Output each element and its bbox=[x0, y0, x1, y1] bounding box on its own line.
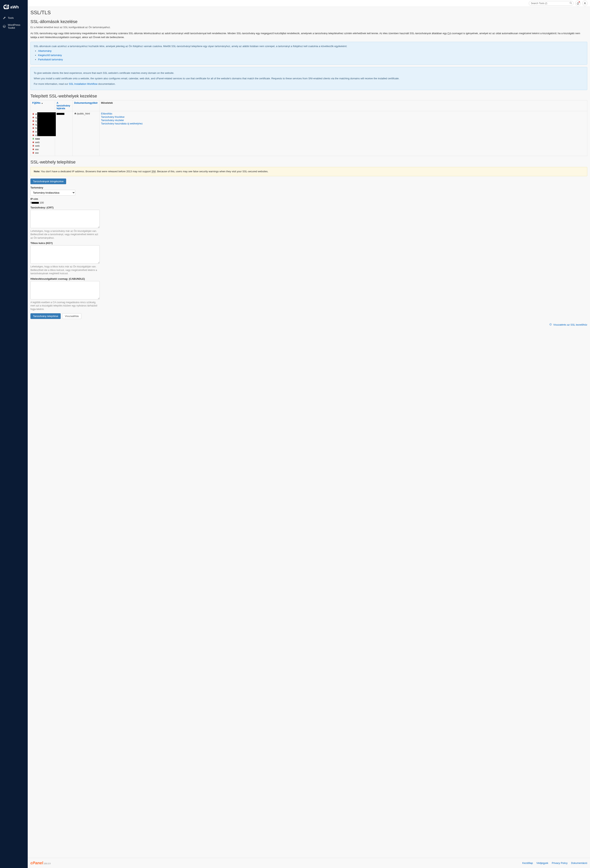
notification-dot bbox=[579, 1, 580, 3]
lock-icon bbox=[32, 148, 34, 151]
installed-ssl-table: FQDNs▲ A tanúsítvány lejárata Dokumentum… bbox=[31, 100, 587, 156]
svg-rect-0 bbox=[4, 8, 8, 9]
sidebar: aWh Tools WordPress Toolkit bbox=[0, 0, 28, 868]
docroot-cell: /public_html bbox=[72, 111, 100, 156]
ssl-explanation: Az SSL-tanúsítvány egy vagy több tartomá… bbox=[31, 31, 587, 39]
fqdn-entry: ww bbox=[32, 148, 53, 151]
manage-description: Ez a felület lehetővé teszi az SSL konfi… bbox=[31, 26, 587, 29]
fqdn-entry: cpa bbox=[32, 116, 53, 120]
parked-domain-link[interactable]: Parkoltatott tartomány bbox=[38, 58, 63, 61]
info-alert-domains: SSL-állomások csak azokhoz a tartományok… bbox=[31, 42, 587, 65]
back-arrow-icon bbox=[549, 323, 553, 326]
svg-point-5 bbox=[584, 2, 586, 3]
key-help: Lehetséges, hogy a titkos kulcs már az Ö… bbox=[31, 265, 101, 275]
footer-link-home[interactable]: Kezdőlap bbox=[522, 862, 533, 865]
ca-abbr: CA bbox=[447, 32, 451, 35]
fqdn-entry: mai bbox=[32, 134, 53, 137]
crt-help: Lehetséges, hogy a tanúsítvány már az Ön… bbox=[31, 229, 101, 240]
back-to-ssl-manager-link[interactable]: Visszatérés az SSL kezelőhöz bbox=[553, 323, 587, 326]
domain-label: Tartomány bbox=[31, 186, 587, 189]
crt-label: Tanúsítvány: (CRT) bbox=[31, 206, 587, 209]
fqdn-entry: cpc bbox=[32, 120, 53, 123]
section-installed-sites: Telepített SSL-webhelyek kezelése bbox=[31, 93, 587, 99]
section-manage-hosts: SSL-állomások kezelése bbox=[31, 19, 587, 24]
search-wrap bbox=[529, 1, 574, 6]
ip-label: IP-cím bbox=[31, 198, 587, 201]
key-textarea[interactable] bbox=[31, 245, 100, 264]
fqdn-entry: ww bbox=[32, 151, 53, 155]
action-remove[interactable]: Eltávolítás bbox=[101, 112, 586, 115]
search-icon[interactable] bbox=[569, 2, 572, 5]
col-actions: Műveletek bbox=[99, 100, 587, 111]
reset-button[interactable]: Visszaállítás bbox=[62, 313, 81, 319]
sidebar-item-wordpress[interactable]: WordPress Toolkit bbox=[0, 22, 28, 31]
footer-link-trademarks[interactable]: Védjegyek bbox=[536, 862, 548, 865]
lock-icon bbox=[32, 141, 34, 144]
addon-domain-link[interactable]: Kiegészítő tartomány bbox=[38, 54, 62, 57]
lock-icon bbox=[32, 151, 34, 155]
footer-link-docs[interactable]: Dokumentáció bbox=[571, 862, 587, 865]
lock-icon bbox=[32, 116, 34, 120]
lock-icon bbox=[32, 123, 34, 126]
fqdn-entry: web bbox=[32, 144, 53, 148]
page-title: SSL/TLS bbox=[31, 10, 587, 16]
user-menu-button[interactable] bbox=[582, 1, 588, 6]
install-cert-button[interactable]: Tanúsítvány telepítése bbox=[31, 313, 61, 319]
section-install-ssl: SSL-webhely telepítése bbox=[31, 159, 587, 165]
brand-logo: aWh bbox=[0, 0, 28, 15]
lock-icon bbox=[32, 134, 34, 137]
fqdn-entry: aut bbox=[32, 112, 53, 116]
cabundle-label: Hitelesítésszolgáltatói csomag: (CABUNDL… bbox=[31, 278, 587, 280]
fqdn-entry: mai bbox=[32, 130, 53, 134]
lock-icon bbox=[32, 112, 34, 116]
crt-textarea[interactable] bbox=[31, 210, 100, 228]
action-cert-details[interactable]: Tanúsítvány részletei bbox=[101, 119, 586, 122]
fqdn-entry: cpc bbox=[32, 123, 53, 126]
svg-rect-1 bbox=[4, 9, 7, 9]
table-row: autcpacpccpchirnmaimainewwebwebwwww /pub… bbox=[31, 111, 587, 156]
domain-select[interactable]: Tartomány kiválasztása bbox=[31, 190, 75, 195]
sidebar-item-label: Tools bbox=[8, 16, 14, 19]
redacted-expiry bbox=[57, 113, 65, 115]
col-docroot[interactable]: Dokumentumgyökér bbox=[72, 100, 100, 111]
wordpress-icon bbox=[3, 25, 6, 28]
fqdn-entry: new bbox=[32, 137, 53, 141]
tools-icon bbox=[3, 16, 6, 19]
info-alert-workflow: To give website clients the best experie… bbox=[31, 67, 587, 90]
sni-warning: Note: You don't have a dedicated IP addr… bbox=[31, 167, 587, 176]
browse-certificates-button[interactable]: Tanúsítványok böngészése bbox=[31, 179, 66, 184]
col-expiry[interactable]: A tanúsítvány lejárata bbox=[55, 100, 72, 111]
user-icon bbox=[584, 2, 586, 5]
lock-icon bbox=[32, 126, 34, 130]
cabundle-textarea[interactable] bbox=[31, 281, 100, 300]
sidebar-item-tools[interactable]: Tools bbox=[0, 15, 28, 22]
home-icon bbox=[74, 112, 77, 115]
fqdn-entry: web bbox=[32, 141, 53, 144]
key-label: Titkos kulcs (KEY) bbox=[31, 242, 587, 245]
footer-link-privacy[interactable]: Privacy Policy bbox=[552, 862, 568, 865]
sort-indicator-icon: ▲ bbox=[41, 102, 43, 104]
lock-icon bbox=[32, 137, 34, 141]
notifications-button[interactable] bbox=[575, 1, 581, 6]
ip-value: 9 100 bbox=[31, 201, 587, 204]
lock-icon bbox=[32, 144, 34, 148]
svg-text:aWh: aWh bbox=[10, 5, 19, 9]
sni-abbr: SNI bbox=[152, 170, 156, 173]
col-fqdn[interactable]: FQDNs▲ bbox=[31, 100, 55, 111]
footer: cPanel106.0.9 Kezdőlap Védjegyek Privacy… bbox=[28, 858, 590, 868]
svg-point-4 bbox=[570, 2, 571, 4]
cabundle-help: A legtöbb esetben a CA csomag megadására… bbox=[31, 301, 101, 311]
sidebar-item-label: WordPress Toolkit bbox=[8, 24, 25, 29]
topbar bbox=[28, 0, 590, 7]
lock-icon bbox=[32, 130, 34, 134]
search-input[interactable] bbox=[529, 1, 574, 6]
fqdn-entry: hirn bbox=[32, 126, 53, 130]
lock-icon bbox=[32, 120, 34, 123]
action-use-cert-new-site[interactable]: Tanúsítvány használata új webhelyhez bbox=[101, 122, 586, 125]
ssl-workflow-link[interactable]: SSL Installation Workflow bbox=[69, 83, 97, 86]
cpanel-logo: cPanel106.0.9 bbox=[31, 861, 50, 865]
svg-point-6 bbox=[550, 323, 552, 325]
subdomain-link[interactable]: Altartomány bbox=[38, 49, 51, 52]
action-update-cert[interactable]: Tanúsítvány frissítése bbox=[101, 116, 586, 118]
